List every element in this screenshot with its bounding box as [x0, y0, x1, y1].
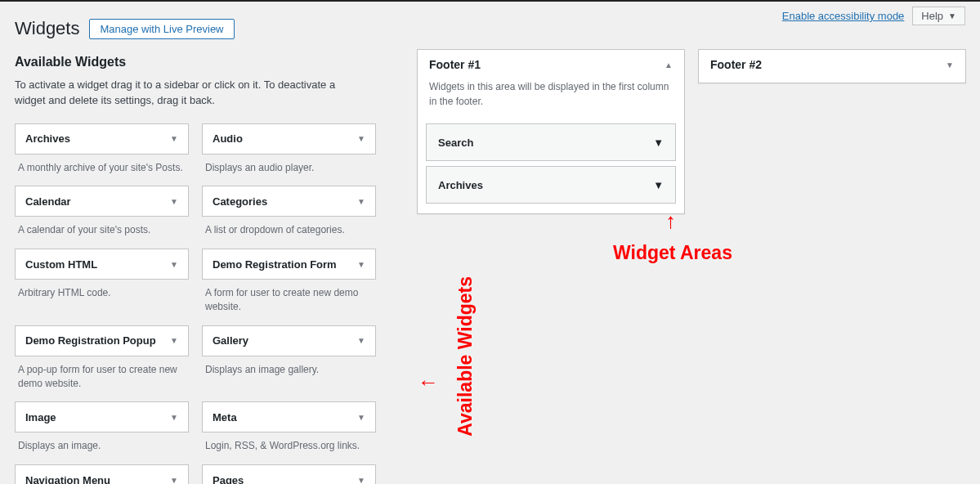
chevron-down-icon: ▼	[357, 476, 365, 484]
widget-name: Audio	[213, 132, 243, 145]
widget-description: Displays an image.	[15, 432, 189, 453]
chevron-down-icon: ▼	[357, 197, 365, 206]
page-header: Widgets Manage with Live Preview	[15, 18, 235, 39]
widget-name: Demo Registration Popup	[25, 334, 156, 347]
chevron-down-icon: ▼	[357, 413, 365, 422]
page-title: Widgets	[15, 18, 79, 39]
available-widgets-grid: Archives ▼ A monthly archive of your sit…	[15, 123, 376, 484]
help-toggle-button[interactable]: Help ▼	[912, 7, 965, 25]
available-widgets-heading: Available Widgets	[15, 55, 376, 69]
placed-widget-search[interactable]: Search ▼	[426, 123, 676, 161]
widget-description: A list or dropdown of categories.	[202, 217, 376, 237]
widget-area-items: Search ▼ Archives ▼	[418, 123, 684, 213]
widget-description: A form for user to create new demo websi…	[202, 280, 376, 314]
placed-widget-archives[interactable]: Archives ▼	[426, 166, 676, 204]
widget-area-footer-2: Footer #2 ▼	[698, 49, 966, 83]
widget-tile-calendar[interactable]: Calendar ▼	[15, 186, 189, 217]
widget-area-header[interactable]: Footer #1 ▲	[418, 50, 684, 79]
widget-name: Gallery	[213, 334, 248, 347]
widget-tile-audio[interactable]: Audio ▼	[202, 123, 376, 155]
chevron-down-icon: ▼	[653, 179, 664, 191]
widget-areas-region: Footer #1 ▲ Widgets in this area will be…	[417, 49, 966, 214]
widget-name: Navigation Menu	[25, 474, 110, 484]
widget-name: Categories	[213, 195, 267, 208]
chevron-down-icon: ▼	[946, 60, 954, 69]
widget-tile-categories[interactable]: Categories ▼	[202, 186, 376, 217]
chevron-down-icon: ▼	[170, 134, 178, 143]
accessibility-mode-link[interactable]: Enable accessibility mode	[782, 10, 905, 22]
chevron-down-icon: ▼	[170, 336, 178, 345]
chevron-down-icon: ▼	[170, 413, 178, 422]
widget-tile-gallery[interactable]: Gallery ▼	[202, 325, 376, 356]
chevron-down-icon: ▼	[357, 260, 365, 269]
widget-area-description: Widgets in this area will be displayed i…	[418, 79, 684, 119]
widget-tile-navigation-menu[interactable]: Navigation Menu ▼	[15, 464, 189, 484]
placed-widget-label: Search	[438, 137, 473, 149]
annotation-available-widgets: Available Widgets	[454, 276, 477, 437]
widget-tile-image[interactable]: Image ▼	[15, 401, 189, 432]
help-label: Help	[921, 10, 943, 22]
widget-tile-demo-registration-form[interactable]: Demo Registration Form ▼	[202, 249, 376, 280]
annotation-arrow-left-icon: ←	[418, 371, 439, 392]
widget-description: A pop-up form for user to create new dem…	[15, 356, 189, 391]
available-widgets-help-text: To activate a widget drag it to a sideba…	[15, 78, 358, 109]
widget-name: Meta	[213, 411, 237, 424]
widget-name: Custom HTML	[25, 258, 97, 271]
widget-tile-pages[interactable]: Pages ▼	[202, 464, 376, 484]
widget-tile-demo-registration-popup[interactable]: Demo Registration Popup ▼	[15, 325, 189, 356]
widget-name: Calendar	[25, 195, 71, 208]
available-widgets-panel: Available Widgets To activate a widget d…	[15, 55, 376, 484]
chevron-down-icon: ▼	[653, 137, 664, 149]
widget-description: Displays an image gallery.	[202, 356, 376, 377]
widget-name: Image	[25, 411, 56, 424]
chevron-down-icon: ▼	[170, 476, 178, 484]
chevron-down-icon: ▼	[948, 11, 956, 20]
screen-meta-links: Enable accessibility mode Help ▼	[782, 7, 965, 25]
widget-description: Arbitrary HTML code.	[15, 280, 189, 300]
widget-tile-custom-html[interactable]: Custom HTML ▼	[15, 249, 189, 280]
widget-area-header[interactable]: Footer #2 ▼	[699, 50, 965, 79]
chevron-down-icon: ▼	[170, 260, 178, 269]
widget-area-title: Footer #2	[710, 58, 762, 71]
chevron-down-icon: ▼	[357, 134, 365, 143]
placed-widget-label: Archives	[438, 179, 483, 191]
widget-tile-meta[interactable]: Meta ▼	[202, 401, 376, 432]
widget-name: Demo Registration Form	[213, 258, 337, 271]
widget-area-title: Footer #1	[429, 58, 481, 71]
annotation-widget-areas: Widget Areas	[613, 242, 732, 264]
chevron-down-icon: ▼	[170, 197, 178, 206]
widget-name: Archives	[25, 132, 70, 145]
widget-area-footer-1: Footer #1 ▲ Widgets in this area will be…	[417, 49, 685, 214]
widget-tile-archives[interactable]: Archives ▼	[15, 123, 189, 155]
widget-name: Pages	[213, 474, 244, 484]
widget-description: A calendar of your site's posts.	[15, 217, 189, 237]
widget-description: Displays an audio player.	[202, 155, 376, 175]
manage-live-preview-button[interactable]: Manage with Live Preview	[89, 19, 234, 39]
chevron-up-icon: ▲	[665, 60, 673, 69]
widget-description: Login, RSS, & WordPress.org links.	[202, 432, 376, 453]
widget-description: A monthly archive of your site's Posts.	[15, 155, 189, 175]
chevron-down-icon: ▼	[357, 336, 365, 345]
